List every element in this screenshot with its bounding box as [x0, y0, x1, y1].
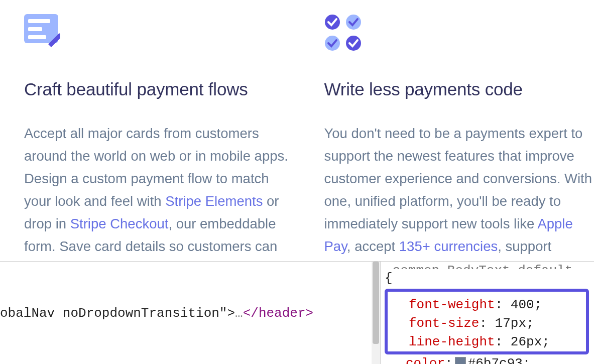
heading-less-code: Write less payments code [324, 79, 595, 99]
column-right: Write less payments code You don't need … [324, 14, 595, 280]
elements-dom-tree[interactable]: obalNav noDropdownTransition">…</header>… [0, 262, 372, 364]
svg-rect-1 [28, 19, 50, 23]
svg-rect-2 [28, 27, 42, 31]
css-rule-color[interactable]: color:#6b7c93; [382, 354, 594, 364]
css-rule[interactable]: line-height: 26px; [409, 333, 580, 351]
svg-rect-3 [28, 35, 46, 39]
svg-point-5 [346, 15, 361, 30]
link-stripe-checkout[interactable]: Stripe Checkout [70, 216, 169, 231]
devtools-panel: obalNav noDropdownTransition">…</header>… [0, 261, 594, 364]
link-currencies[interactable]: 135+ currencies [399, 238, 498, 254]
css-open-brace: { [382, 269, 594, 288]
body-text-left: Accept all major cards from customers ar… [24, 122, 294, 280]
column-left: Craft beautiful payment flows Accept all… [24, 14, 294, 280]
css-rule[interactable]: font-weight: 400; [409, 296, 580, 314]
dom-scrollbar[interactable] [372, 262, 381, 364]
styles-pane[interactable]: .common-BodyText default { font-weight: … [381, 262, 594, 364]
form-edit-icon [24, 14, 294, 52]
scrollbar-thumb[interactable] [373, 262, 379, 344]
svg-point-6 [325, 36, 340, 51]
css-highlight-box: font-weight: 400; font-size: 17px; line-… [385, 289, 589, 354]
css-rule[interactable]: font-size: 17px; [409, 314, 580, 333]
color-swatch-icon[interactable] [455, 357, 466, 364]
heading-payment-flows: Craft beautiful payment flows [24, 79, 294, 99]
link-stripe-elements[interactable]: Stripe Elements [165, 193, 263, 209]
svg-point-7 [346, 36, 361, 51]
css-selector: .common-BodyText default [382, 262, 594, 269]
marketing-columns: Craft beautiful payment flows Accept all… [0, 0, 594, 280]
body-text-right: You don't need to be a payments expert t… [324, 122, 595, 280]
checkmarks-icon [324, 14, 595, 52]
svg-point-4 [325, 15, 340, 30]
